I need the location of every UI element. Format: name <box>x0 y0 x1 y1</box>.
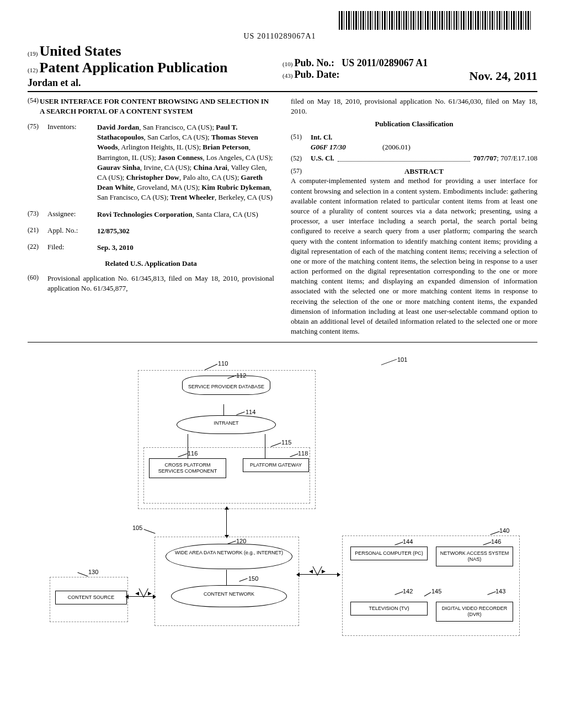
inventor-name: Jason Conness <box>158 153 202 162</box>
invention-title: USER INTERFACE FOR CONTENT BROWSING AND … <box>40 97 274 116</box>
inventor-loc: , San Francisco, CA (US); <box>139 123 216 131</box>
inid-22: (22) <box>28 243 47 253</box>
ref-line <box>143 529 155 534</box>
pc-box: PERSONAL COMPUTER (PC) <box>350 547 428 560</box>
inventors-label: Inventors: <box>47 122 97 203</box>
ref-145: 145 <box>431 588 441 595</box>
ref-line <box>490 531 499 535</box>
ref-105: 105 <box>132 524 142 531</box>
ref-114: 114 <box>246 409 255 415</box>
inid-75: (75) <box>28 122 47 203</box>
inventor-name: Trent Wheeler <box>170 193 215 201</box>
inid-10: (10) <box>282 61 292 67</box>
cross-platform-box: CROSS PLATFORM SERVICES COMPONENT <box>149 458 226 478</box>
connector-bidir <box>226 509 227 536</box>
ref-116: 116 <box>188 450 198 457</box>
uscl-value-bold: 707/707 <box>473 154 497 162</box>
inventor-name: Kim Rubric Dykeman <box>201 183 270 191</box>
document-header: (19) United States (12) Patent Applicati… <box>28 43 537 92</box>
connector <box>223 404 224 416</box>
inventor-loc: , Palo alto, CA (US); <box>179 173 241 181</box>
inid-73: (73) <box>28 210 47 220</box>
content-source-box: CONTENT SOURCE <box>55 591 127 604</box>
ref-144: 144 <box>403 538 413 545</box>
connector <box>226 570 227 585</box>
barcode-graphic <box>339 11 532 30</box>
bidir-symbol: ◂╲╱▸ <box>135 588 152 597</box>
related-title: Related U.S. Application Data <box>28 259 274 268</box>
dotted-leader <box>338 156 470 162</box>
inid-21: (21) <box>28 226 47 236</box>
pub-no-label: Pub. No.: <box>295 57 335 68</box>
ref-150: 150 <box>248 575 258 582</box>
inid-43: (43) <box>282 72 292 79</box>
inid-60: (60) <box>28 274 47 293</box>
ref-130: 130 <box>88 569 98 575</box>
filed-label: Filed: <box>47 243 97 253</box>
figure-1: 101 110 SERVICE PROVIDER DATABASE 112 IN… <box>28 354 537 662</box>
ref-101: 101 <box>397 356 407 363</box>
pub-date-value: Nov. 24, 2011 <box>470 69 537 83</box>
uscl-value-rest: ; 707/E17.108 <box>497 154 537 162</box>
bidir-symbol: ◂╲╱▸ <box>309 566 326 575</box>
assignee-value: Rovi Technologies Corporation, Santa Cla… <box>97 210 274 220</box>
ref-line <box>205 364 217 370</box>
applno-value: 12/875,302 <box>97 226 274 236</box>
inventors-list: David Jordan, San Francisco, CA (US); Pa… <box>97 122 274 203</box>
ref-120: 120 <box>236 538 246 544</box>
related-text-right: filed on May 18, 2010, provisional appli… <box>291 97 537 116</box>
nas-box: NETWORK ACCESS SYSTEM (NAS) <box>436 547 513 566</box>
connector <box>265 434 265 458</box>
ref-142: 142 <box>403 588 413 595</box>
inventor-name: Christopher Dow <box>126 173 179 181</box>
assignee-name: Rovi Technologies Corporation <box>97 210 193 218</box>
inid-51: (51) <box>291 133 311 142</box>
uscl-label: U.S. Cl. <box>311 154 334 163</box>
service-provider-db: SERVICE PROVIDER DATABASE <box>182 376 270 395</box>
inid-57: (57) <box>291 167 311 176</box>
related-text-left: Provisional application No. 61/345,813, … <box>47 274 274 293</box>
intranet-cloud: INTRANET <box>177 415 276 434</box>
inventor-loc: , Groveland, MA (US); <box>134 183 202 191</box>
ref-115: 115 <box>281 439 291 446</box>
ref-140: 140 <box>499 527 509 534</box>
inid-52: (52) <box>291 154 311 163</box>
ref-146: 146 <box>491 538 501 545</box>
country: United States <box>40 43 121 59</box>
intcl-date: (2006.01) <box>382 143 411 152</box>
inid-54: (54) <box>28 97 40 116</box>
document-body: (54) USER INTERFACE FOR CONTENT BROWSING… <box>28 97 537 342</box>
ref-line <box>381 359 397 365</box>
ref-118: 118 <box>298 450 308 457</box>
content-network-cloud: CONTENT NETWORK <box>171 585 287 607</box>
inventor-loc: , Berkeley, CA (US) <box>215 193 273 201</box>
wan-cloud: WIDE AREA DATA NETWORK (e.g., INTERNET) <box>166 544 292 569</box>
ref-line <box>77 572 88 577</box>
platform-gateway-box: PLATFORM GATEWAY <box>243 458 309 472</box>
pub-no-value: US 2011/0289067 A1 <box>342 57 428 68</box>
ref-112: 112 <box>236 372 246 379</box>
inventor-name: Gaurav Sinha <box>97 163 140 172</box>
inventor-loc: , Arlington Heights, IL (US); <box>118 143 203 151</box>
intcl-code: G06F 17/30 <box>311 143 382 152</box>
filed-value: Sep. 3, 2010 <box>97 243 274 253</box>
abstract-text: A computer-implemented system and method… <box>291 176 537 336</box>
barcode-number: US 20110289067A1 <box>28 32 532 41</box>
inid-12: (12) <box>28 67 38 73</box>
assignee-loc: , Santa Clara, CA (US) <box>193 210 258 218</box>
inventor-name: China Arai <box>193 163 227 172</box>
top-bar: US 20110289067A1 <box>28 11 537 41</box>
inventor-name: Brian Peterson <box>202 143 248 151</box>
dvr-box: DIGITAL VIDEO RECORDER (DVR) <box>436 602 513 622</box>
ref-143: 143 <box>495 588 505 595</box>
inventor-name: David Jordan <box>97 123 139 131</box>
publication-type: Patent Application Publication <box>40 60 228 76</box>
pub-class-title: Publication Classification <box>291 120 537 129</box>
applno-label: Appl. No.: <box>47 226 97 236</box>
assignee-label: Assignee: <box>47 210 97 220</box>
inventor-loc: , Irvine, CA (US); <box>140 163 194 172</box>
inid-19: (19) <box>28 50 38 57</box>
ref-110: 110 <box>218 360 228 367</box>
inventor-loc: , Los Angeles, CA (US); <box>202 153 273 162</box>
inventor-loc: , San Carlos, CA (US); <box>144 133 211 141</box>
